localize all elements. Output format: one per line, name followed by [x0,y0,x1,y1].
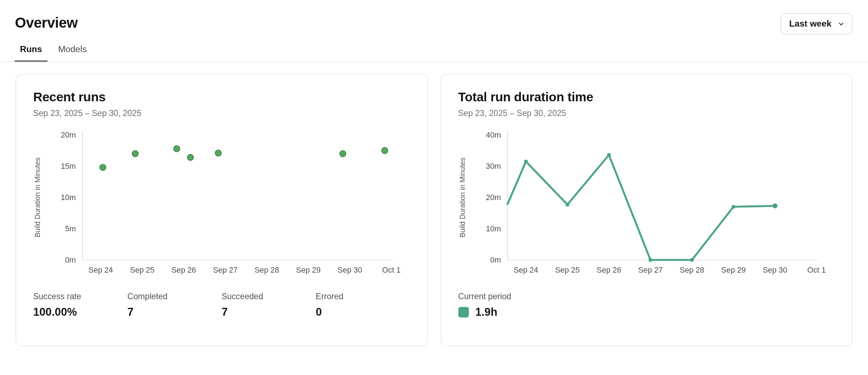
svg-text:Build Duration in Minutes: Build Duration in Minutes [458,157,466,237]
chevron-down-icon [837,20,845,27]
svg-text:0m: 0m [490,255,501,264]
stat-errored: Errored 0 [316,291,410,318]
legend-value: 1.9h [475,306,498,318]
period-dropdown[interactable]: Last week [780,13,853,34]
stat-value: 7 [127,306,221,318]
svg-text:Sep 27: Sep 27 [638,265,662,274]
legend-swatch [458,307,469,317]
svg-text:Sep 30: Sep 30 [762,265,787,274]
svg-text:5m: 5m [65,224,76,233]
recent-runs-stats: Success rate 100.00% Completed 7 Succeed… [33,291,410,318]
svg-text:40m: 40m [486,130,501,139]
svg-text:Oct 1: Oct 1 [807,265,826,274]
svg-text:Sep 26: Sep 26 [597,265,621,274]
recent-runs-chart: 0m5m10m15m20mSep 24Sep 25Sep 26Sep 27Sep… [33,128,410,279]
overview-page: Overview Last week Runs Models Recent ru… [0,0,868,375]
total-duration-date-range: Sep 23, 2025 – Sep 30, 2025 [458,108,835,118]
svg-text:Sep 30: Sep 30 [338,265,362,274]
recent-runs-date-range: Sep 23, 2025 – Sep 30, 2025 [33,108,410,118]
recent-runs-title: Recent runs [33,89,410,105]
stat-succeeded: Succeeded 7 [221,291,316,318]
svg-text:Sep 27: Sep 27 [213,265,237,274]
stat-label: Errored [316,291,410,301]
svg-text:20m: 20m [486,193,501,202]
page-header: Overview Last week [0,0,868,32]
svg-text:10m: 10m [486,224,501,233]
svg-text:10m: 10m [61,193,76,202]
period-dropdown-label: Last week [789,19,832,29]
stat-success-rate: Success rate 100.00% [33,291,127,318]
svg-text:Sep 24: Sep 24 [513,265,538,274]
svg-text:Sep 28: Sep 28 [680,265,704,274]
stat-label: Success rate [33,291,127,301]
total-duration-chart: 0m10m20m30m40mSep 24Sep 25Sep 26Sep 27Se… [458,128,835,279]
legend-label: Current period [458,291,835,301]
page-title: Overview [15,14,853,32]
svg-text:Oct 1: Oct 1 [382,265,401,274]
stat-value: 7 [221,306,316,318]
chart-legend: Current period 1.9h [458,291,835,318]
svg-text:Sep 25: Sep 25 [555,265,579,274]
total-run-duration-line: 0m10m20m30m40mSep 24Sep 25Sep 26Sep 27Se… [458,128,840,279]
total-duration-title: Total run duration time [458,89,835,105]
stat-label: Completed [127,291,221,301]
total-duration-card: Total run duration time Sep 23, 2025 – S… [440,74,853,346]
stat-label: Succeeded [221,291,316,301]
svg-text:15m: 15m [61,162,76,171]
app-window: Overview Last week Runs Models Recent ru… [0,0,868,375]
svg-text:0m: 0m [65,255,76,264]
recent-runs-scatter: 0m5m10m15m20mSep 24Sep 25Sep 26Sep 27Sep… [33,128,415,279]
svg-text:Build Duration in Minutes: Build Duration in Minutes [33,157,41,237]
svg-text:Sep 28: Sep 28 [255,265,279,274]
svg-text:Sep 29: Sep 29 [296,265,320,274]
tab-bar: Runs Models [0,44,868,62]
svg-text:20m: 20m [61,130,76,139]
svg-text:Sep 26: Sep 26 [172,265,196,274]
cards-row: Recent runs Sep 23, 2025 – Sep 30, 2025 … [0,62,868,346]
stat-completed: Completed 7 [127,291,221,318]
stat-value: 100.00% [33,306,127,318]
recent-runs-card: Recent runs Sep 23, 2025 – Sep 30, 2025 … [15,74,428,346]
svg-text:Sep 25: Sep 25 [130,265,155,274]
svg-text:30m: 30m [486,162,501,171]
legend-row: 1.9h [458,306,835,318]
svg-text:Sep 29: Sep 29 [721,265,745,274]
tab-runs[interactable]: Runs [14,44,47,61]
tab-models[interactable]: Models [52,44,92,61]
svg-text:Sep 24: Sep 24 [88,265,113,274]
stat-value: 0 [316,306,410,318]
